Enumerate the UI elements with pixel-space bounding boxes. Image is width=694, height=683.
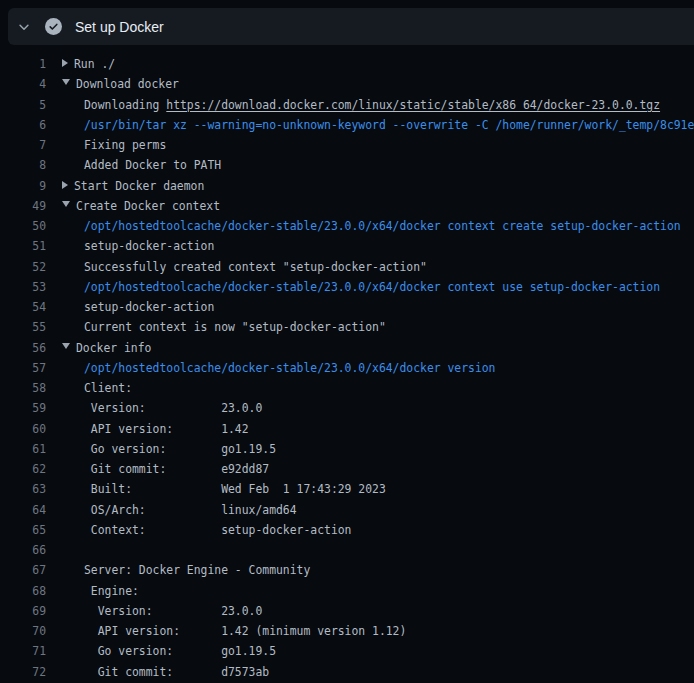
chevron-down-icon bbox=[62, 201, 70, 207]
log-text: Go version: go1.19.5 bbox=[84, 641, 276, 661]
line-number[interactable]: 59 bbox=[0, 398, 46, 418]
line-number[interactable]: 71 bbox=[0, 641, 46, 661]
log-row: 52Successfully created context "setup-do… bbox=[0, 257, 694, 277]
log-text-segment: Download docker bbox=[76, 77, 179, 91]
log-text: Successfully created context "setup-dock… bbox=[84, 257, 427, 277]
log-group-row[interactable]: 1Run ./ bbox=[0, 54, 694, 74]
line-number[interactable]: 51 bbox=[0, 236, 46, 256]
log-text-segment: Successfully created context "setup-dock… bbox=[84, 260, 427, 274]
line-number[interactable]: 49 bbox=[0, 196, 46, 216]
log-text: Server: Docker Engine - Community bbox=[84, 560, 310, 580]
line-number[interactable]: 7 bbox=[0, 135, 46, 155]
line-number[interactable]: 53 bbox=[0, 277, 46, 297]
line-number[interactable]: 64 bbox=[0, 500, 46, 520]
log-row: 65 Context: setup-docker-action bbox=[0, 520, 694, 540]
log-row: 57/opt/hostedtoolcache/docker-stable/23.… bbox=[0, 358, 694, 378]
log-text: Built: Wed Feb 1 17:43:29 2023 bbox=[84, 479, 386, 499]
line-number[interactable]: 60 bbox=[0, 419, 46, 439]
command-text: /opt/hostedtoolcache/docker-stable/23.0.… bbox=[84, 280, 660, 294]
log-text: setup-docker-action bbox=[84, 236, 214, 256]
log-text: API version: 1.42 (minimum version 1.12) bbox=[84, 621, 406, 641]
group-title: Download docker bbox=[62, 74, 179, 94]
line-number[interactable]: 50 bbox=[0, 216, 46, 236]
log-lines: 1Run ./4Download docker5Downloading http… bbox=[0, 54, 694, 682]
line-number[interactable]: 62 bbox=[0, 459, 46, 479]
log-row: 72 Git commit: d7573ab bbox=[0, 662, 694, 682]
line-number[interactable]: 6 bbox=[0, 115, 46, 135]
log-text-segment: Docker info bbox=[76, 341, 151, 355]
log-text: Context: setup-docker-action bbox=[84, 520, 351, 540]
log-text-segment: Added Docker to PATH bbox=[84, 158, 221, 172]
log-text: Downloading https://download.docker.com/… bbox=[84, 95, 660, 115]
line-number[interactable]: 69 bbox=[0, 601, 46, 621]
log-text-segment: Git commit: d7573ab bbox=[84, 665, 269, 679]
log-group-row[interactable]: 49Create Docker context bbox=[0, 196, 694, 216]
log-text: Version: 23.0.0 bbox=[84, 398, 262, 418]
log-link[interactable]: https://download.docker.com/linux/static… bbox=[166, 98, 660, 112]
log-text: Fixing perms bbox=[84, 135, 166, 155]
log-text-segment: Fixing perms bbox=[84, 138, 166, 152]
log-text-segment: Go version: go1.19.5 bbox=[84, 442, 276, 456]
group-title: Create Docker context bbox=[62, 196, 220, 216]
log-text-segment: API version: 1.42 bbox=[84, 422, 249, 436]
command-text: /opt/hostedtoolcache/docker-stable/23.0.… bbox=[84, 219, 681, 233]
log-text-segment: Run ./ bbox=[74, 57, 115, 71]
log-row: 68 Engine: bbox=[0, 581, 694, 601]
line-number[interactable]: 57 bbox=[0, 358, 46, 378]
line-number[interactable]: 58 bbox=[0, 378, 46, 398]
log-text: Git commit: e92dd87 bbox=[84, 459, 269, 479]
log-text-segment: setup-docker-action bbox=[84, 239, 214, 253]
log-text-segment: API version: 1.42 (minimum version 1.12) bbox=[84, 624, 406, 638]
actions-log-panel: Set up Docker 1Run ./4Download docker5Do… bbox=[0, 0, 694, 683]
log-text: /opt/hostedtoolcache/docker-stable/23.0.… bbox=[84, 358, 495, 378]
log-text-segment: Current context is now "setup-docker-act… bbox=[84, 320, 386, 334]
log-row: 8Added Docker to PATH bbox=[0, 155, 694, 175]
log-row: 6/usr/bin/tar xz --warning=no-unknown-ke… bbox=[0, 115, 694, 135]
line-number[interactable]: 61 bbox=[0, 439, 46, 459]
log-group-row[interactable]: 4Download docker bbox=[0, 74, 694, 94]
step-title: Set up Docker bbox=[75, 19, 164, 35]
log-text: setup-docker-action bbox=[84, 297, 214, 317]
line-number[interactable]: 67 bbox=[0, 560, 46, 580]
line-number[interactable]: 70 bbox=[0, 621, 46, 641]
line-number[interactable]: 5 bbox=[0, 95, 46, 115]
log-text-segment: Downloading bbox=[84, 98, 166, 112]
chevron-down-icon bbox=[17, 20, 31, 34]
group-title: Start Docker daemon bbox=[62, 176, 204, 196]
log-row: 64 OS/Arch: linux/amd64 bbox=[0, 500, 694, 520]
line-number[interactable]: 56 bbox=[0, 338, 46, 358]
line-number[interactable]: 52 bbox=[0, 257, 46, 277]
line-number[interactable]: 63 bbox=[0, 479, 46, 499]
line-number[interactable]: 8 bbox=[0, 155, 46, 175]
log-row: 67Server: Docker Engine - Community bbox=[0, 560, 694, 580]
line-number[interactable]: 72 bbox=[0, 662, 46, 682]
step-header[interactable]: Set up Docker bbox=[8, 8, 694, 45]
log-row: 66 bbox=[0, 540, 694, 560]
line-number[interactable]: 66 bbox=[0, 540, 46, 560]
check-circle-icon bbox=[45, 18, 62, 35]
log-row: 70 API version: 1.42 (minimum version 1.… bbox=[0, 621, 694, 641]
line-number[interactable]: 1 bbox=[0, 54, 46, 74]
line-number[interactable]: 4 bbox=[0, 74, 46, 94]
line-number[interactable]: 55 bbox=[0, 317, 46, 337]
log-text-segment: setup-docker-action bbox=[84, 300, 214, 314]
log-text-segment: OS/Arch: linux/amd64 bbox=[84, 503, 297, 517]
line-number[interactable]: 9 bbox=[0, 176, 46, 196]
log-text-segment: Server: Docker Engine - Community bbox=[84, 563, 310, 577]
log-row: 55Current context is now "setup-docker-a… bbox=[0, 317, 694, 337]
log-text-segment: Create Docker context bbox=[76, 199, 220, 213]
log-row: 60 API version: 1.42 bbox=[0, 419, 694, 439]
log-row: 51setup-docker-action bbox=[0, 236, 694, 256]
log-group-row[interactable]: 9Start Docker daemon bbox=[0, 176, 694, 196]
log-row: 50/opt/hostedtoolcache/docker-stable/23.… bbox=[0, 216, 694, 236]
line-number[interactable]: 68 bbox=[0, 581, 46, 601]
log-group-row[interactable]: 56Docker info bbox=[0, 338, 694, 358]
log-text-segment: Client: bbox=[84, 381, 132, 395]
log-text: OS/Arch: linux/amd64 bbox=[84, 500, 297, 520]
log-text-segment: Engine: bbox=[84, 584, 139, 598]
line-number[interactable]: 54 bbox=[0, 297, 46, 317]
log-row: 58Client: bbox=[0, 378, 694, 398]
log-row: 7Fixing perms bbox=[0, 135, 694, 155]
line-number[interactable]: 65 bbox=[0, 520, 46, 540]
log-row: 71 Go version: go1.19.5 bbox=[0, 641, 694, 661]
